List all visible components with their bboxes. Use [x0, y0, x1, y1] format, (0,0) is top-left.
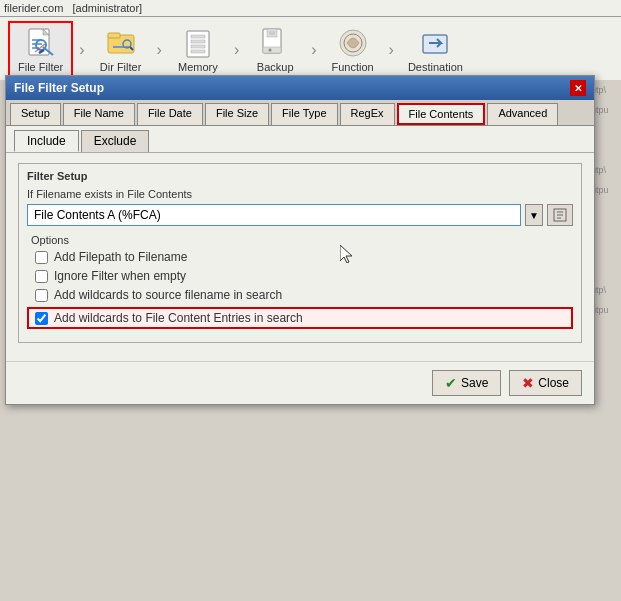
toolbar-label-backup: Backup [257, 61, 294, 73]
checkbox-wildcards-source[interactable] [35, 289, 48, 302]
checkbox-row-filepath: Add Filepath to Filename [27, 250, 573, 264]
sub-tab-include[interactable]: Include [14, 130, 79, 152]
checkbox-label-ignore: Ignore Filter when empty [54, 269, 186, 283]
combo-row: ▼ [27, 204, 573, 226]
tab-file-type[interactable]: File Type [271, 103, 337, 125]
arrow-1: › [77, 41, 86, 59]
toolbar-item-memory[interactable]: Memory [168, 23, 228, 77]
checkbox-label-wildcards-source: Add wildcards to source filename in sear… [54, 288, 282, 302]
toolbar-label-file-filter: File Filter [18, 61, 63, 73]
function-icon [337, 27, 369, 59]
svg-rect-4 [108, 33, 120, 38]
modal-footer: ✔ Save ✖ Close [6, 361, 594, 404]
user-label: [administrator] [72, 2, 142, 14]
filter-setup-title: Filter Setup [27, 170, 573, 182]
arrow-4: › [309, 41, 318, 59]
close-button[interactable]: ✖ Close [509, 370, 582, 396]
svg-rect-8 [191, 40, 205, 43]
checkbox-filepath[interactable] [35, 251, 48, 264]
toolbar-item-destination[interactable]: Destination [400, 23, 471, 77]
close-label: Close [538, 376, 569, 390]
modal-title: File Filter Setup [14, 81, 104, 95]
memory-icon [182, 27, 214, 59]
toolbar-label-function: Function [331, 61, 373, 73]
options-label: Options [27, 234, 573, 246]
tab-file-name[interactable]: File Name [63, 103, 135, 125]
destination-icon [419, 27, 451, 59]
toolbar-item-function[interactable]: Function [323, 23, 383, 77]
toolbar-item-file-filter[interactable]: File Filter [8, 21, 73, 79]
checkbox-wildcards-content[interactable] [35, 312, 48, 325]
checkbox-row-wildcards-content: Add wildcards to File Content Entries in… [27, 307, 573, 329]
if-label: If Filename exists in File Contents [27, 188, 573, 200]
toolbar: File Filter › Dir Filter › M [0, 17, 621, 84]
toolbar-label-destination: Destination [408, 61, 463, 73]
checkbox-row-ignore: Ignore Filter when empty [27, 269, 573, 283]
sub-tabs: Include Exclude [6, 126, 594, 153]
modal-close-button[interactable]: ✕ [570, 80, 586, 96]
svg-rect-10 [191, 50, 205, 53]
arrow-3: › [232, 41, 241, 59]
sub-tab-exclude[interactable]: Exclude [81, 130, 150, 152]
svg-rect-13 [269, 31, 275, 35]
tab-file-size[interactable]: File Size [205, 103, 269, 125]
arrow-5: › [387, 41, 396, 59]
tab-advanced[interactable]: Advanced [487, 103, 558, 125]
tab-setup[interactable]: Setup [10, 103, 61, 125]
arrow-2: › [155, 41, 164, 59]
save-button[interactable]: ✔ Save [432, 370, 501, 396]
svg-rect-9 [191, 45, 205, 48]
checkbox-label-wildcards-content: Add wildcards to File Content Entries in… [54, 311, 303, 325]
backup-icon [259, 27, 291, 59]
combo-action-button[interactable] [547, 204, 573, 226]
filter-setup-group: Filter Setup If Filename exists in File … [18, 163, 582, 343]
save-icon: ✔ [445, 375, 457, 391]
dir-filter-icon [105, 27, 137, 59]
top-bar: filerider.com [administrator] [0, 0, 621, 17]
tab-file-contents[interactable]: File Contents [397, 103, 486, 125]
checkbox-label-filepath: Add Filepath to Filename [54, 250, 187, 264]
main-tabs: Setup File Name File Date File Size File… [6, 100, 594, 126]
toolbar-item-dir-filter[interactable]: Dir Filter [91, 23, 151, 77]
toolbar-item-backup[interactable]: Backup [245, 23, 305, 77]
toolbar-label-dir-filter: Dir Filter [100, 61, 142, 73]
svg-rect-14 [263, 47, 281, 53]
file-filter-icon [25, 27, 57, 59]
tab-file-date[interactable]: File Date [137, 103, 203, 125]
modal-titlebar: File Filter Setup ✕ [6, 76, 594, 100]
combo-dropdown-button[interactable]: ▼ [525, 204, 543, 226]
svg-point-15 [269, 49, 272, 52]
close-icon: ✖ [522, 375, 534, 391]
file-contents-input[interactable] [27, 204, 521, 226]
checkbox-ignore[interactable] [35, 270, 48, 283]
tab-regex[interactable]: RegEx [340, 103, 395, 125]
domain-label: filerider.com [4, 2, 63, 14]
svg-rect-7 [191, 35, 205, 38]
toolbar-label-memory: Memory [178, 61, 218, 73]
modal-dialog: File Filter Setup ✕ Setup File Name File… [5, 75, 595, 405]
checkbox-row-wildcards-source: Add wildcards to source filename in sear… [27, 288, 573, 302]
modal-body: Filter Setup If Filename exists in File … [6, 153, 594, 361]
save-label: Save [461, 376, 488, 390]
